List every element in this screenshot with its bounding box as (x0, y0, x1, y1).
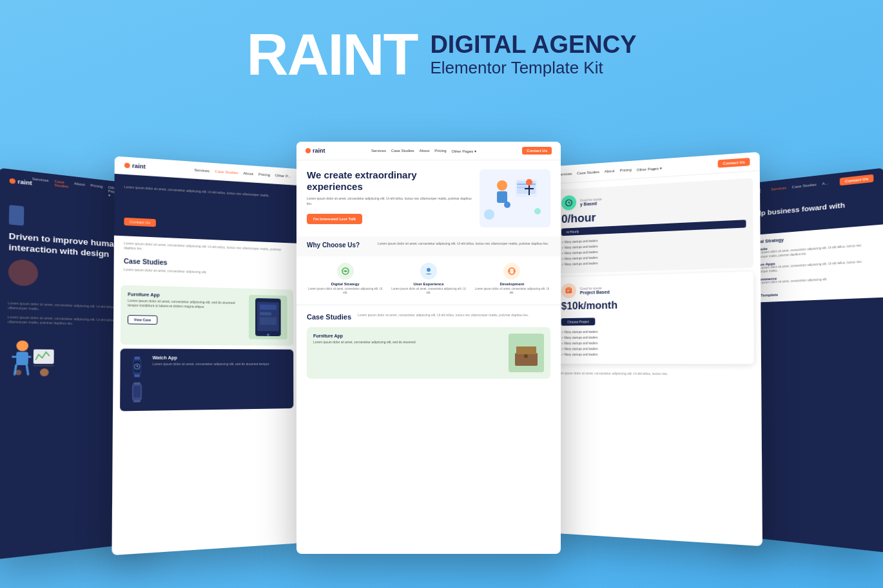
svg-rect-3 (24, 356, 32, 357)
svg-point-33 (526, 179, 532, 185)
cs-header: Case Studies Lorem ipsum dolor sit amet,… (307, 313, 550, 323)
project-svg (565, 287, 574, 296)
project-label-group: Good for starter Project Based (580, 286, 610, 295)
svg-rect-28 (497, 191, 507, 203)
cl-cta-btn[interactable]: Contact Us (124, 217, 155, 227)
svg-rect-51 (566, 288, 572, 293)
project-icon-row: Good for starter Project Based (561, 278, 746, 298)
dev-svg (507, 267, 516, 276)
why-choose-text: Lorem ipsum dolor sit amet, consectetur … (378, 242, 548, 247)
why-choose-section: Why Choose Us? Lorem ipsum dolor sit ame… (296, 236, 561, 256)
header: RAINT DIGITAL AGENCY Elementor Template … (0, 0, 883, 97)
clock-svg (565, 199, 573, 207)
why-choose-inner: Why Choose Us? Lorem ipsum dolor sit ame… (307, 242, 550, 251)
nav-cta-cm[interactable]: Contact Us (522, 147, 552, 155)
svg-point-42 (427, 268, 431, 272)
svg-rect-15 (260, 317, 277, 325)
svg-rect-19 (134, 374, 140, 377)
case-studies-center: Case Studies Lorem ipsum dolor sit amet,… (296, 308, 561, 384)
digital-strategy-icon (337, 263, 354, 280)
watch-card-text: Lorem ipsum dolor sit amet, consectetur … (152, 362, 287, 366)
left-illustration-svg (7, 336, 59, 383)
card-image (249, 295, 287, 339)
service-title-ds: Digital Strategy (307, 282, 383, 286)
svg-rect-24 (133, 386, 141, 398)
nav-links-cl: Services Case Studies About Pricing Othe… (194, 168, 291, 178)
mockup-center-left: raint Services Case Studies About Pricin… (112, 156, 300, 555)
svg-rect-1 (16, 352, 28, 365)
cm-furniture-title: Furniture App (313, 334, 503, 338)
hourly-title: y Based (580, 200, 602, 206)
mockup-center-main: raint Services Case Studies About Pricin… (296, 142, 561, 554)
service-text-ux: Lorem ipsum dolor sit amet, consectetur … (390, 287, 467, 296)
service-user-experience: User Experience Lorem ipsum dolor sit am… (390, 263, 467, 296)
svg-rect-2 (12, 356, 19, 357)
svg-rect-14 (260, 312, 271, 315)
svg-line-50 (569, 203, 570, 204)
mockup-center-right: Services Case Studies About Pricing Othe… (548, 152, 762, 546)
project-title-label: Project Based (580, 289, 610, 294)
watch-svg-1 (127, 356, 147, 379)
service-development: Development Lorem ipsum dolor sit amet, … (474, 263, 550, 296)
service-text-ds: Lorem ipsum dolor sit amet, consectetur … (307, 287, 383, 296)
svg-point-38 (484, 209, 494, 220)
svg-line-5 (26, 365, 28, 374)
svg-rect-13 (260, 304, 277, 309)
cs-text-cm: Lorem ipsum dolor sit amet, consectetur … (358, 313, 550, 318)
hourly-label-text: Good for starter y Based (580, 197, 602, 206)
project-icon (561, 283, 576, 299)
cm-furniture-text: Lorem ipsum dolor sit amet, consectetur … (313, 340, 503, 345)
ux-svg (424, 267, 433, 276)
nav-center-main: raint Services Case Studies About Pricin… (296, 142, 561, 160)
view-case-btn[interactable]: View Case (128, 315, 157, 325)
template-kit-label: Elementor Template Kit (430, 58, 636, 78)
brand-right: DIGITAL AGENCY Elementor Template Kit (430, 32, 636, 79)
services-section: Digital Strategy Lorem ipsum dolor sit a… (296, 256, 561, 302)
nav-cta-cr[interactable]: Contact Us (718, 158, 750, 167)
project-features: ✓ Many startups and leaders ✓ Many start… (561, 327, 747, 357)
nav-links-cm: Services Case Studies About Pricing Othe… (371, 149, 476, 153)
nav-logo-left: raint (10, 177, 32, 186)
nav-links-right: Services Case Studies A... (771, 181, 828, 191)
service-digital-strategy: Digital Strategy Lorem ipsum dolor sit a… (307, 263, 383, 296)
brand-raint-text: RAINT (246, 26, 417, 84)
cm-furniture-card: Furniture App Lorem ipsum dolor sit amet… (307, 327, 550, 379)
project-price: $10k/month (561, 297, 747, 312)
strategy-svg (341, 267, 350, 276)
hourly-card: Good for starter y Based 0/hour re Hourl… (555, 178, 753, 274)
svg-rect-25 (133, 383, 141, 384)
hourly-features: ✓ Many startups and leaders ✓ Many start… (561, 232, 746, 268)
nav-links-cr: Services Case Studies About Pricing Othe… (558, 166, 662, 177)
nav-logo-cm: raint (306, 147, 325, 154)
svg-rect-52 (567, 287, 570, 289)
choose-project-btn[interactable]: Choose Project (561, 318, 596, 325)
service-title-ux: User Experience (390, 282, 467, 286)
nav-cta-right[interactable]: Contact Us (840, 175, 873, 186)
svg-point-41 (344, 270, 346, 272)
card-text: Lorem ipsum dolor sit amet, consectetur … (128, 298, 244, 310)
cr-extra-text: Lorem ipsum dolor sit amet, consectetur … (555, 369, 754, 380)
hourly-icon (561, 195, 576, 211)
furniture-app-card: Furniture App Lorem ipsum dolor sit amet… (121, 285, 293, 346)
hero-cta-btn-cm[interactable]: I'm Interested Lest Talk (307, 214, 362, 224)
logo-dot-cl (124, 163, 130, 169)
logo-dot (10, 178, 15, 184)
hero-text-cm: We create extraordinary experiences Lore… (307, 169, 473, 224)
hero-illustration-cm (480, 169, 550, 227)
nav-logo-cl: raint (124, 162, 146, 170)
furniture-svg (509, 334, 544, 372)
svg-point-37 (534, 208, 541, 214)
mockups-container: raint Services Case Studies About Pricin… (0, 155, 883, 588)
why-choose-title: Why Choose Us? (307, 242, 371, 249)
divider-1 (296, 305, 561, 305)
svg-point-36 (504, 202, 510, 208)
cl-body: Lorem ipsum dolor sit amet, consectetur … (113, 235, 299, 286)
svg-point-0 (16, 340, 28, 351)
svg-rect-18 (134, 357, 140, 359)
svg-rect-7 (34, 365, 54, 366)
svg-point-8 (40, 368, 49, 376)
cr-pricing-header: Good for starter y Based 0/hour re Hourl… (548, 171, 761, 379)
cm-furniture-img (509, 334, 544, 372)
hero-center-main: We create extraordinary experiences Lore… (296, 160, 561, 236)
service-title-dev: Development (474, 282, 550, 286)
